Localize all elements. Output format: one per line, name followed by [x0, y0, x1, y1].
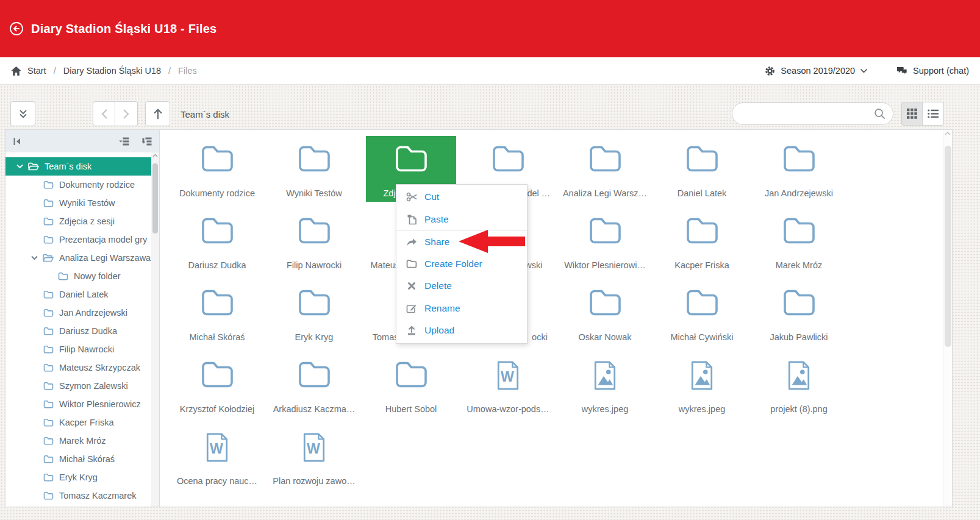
scrollbar-thumb[interactable]	[152, 163, 158, 233]
paste-icon	[406, 214, 418, 225]
tree-item-nowy-folder[interactable]: Nowy folder	[5, 267, 151, 285]
folder-icon	[43, 327, 54, 335]
folder-icon	[43, 199, 54, 207]
tile-label: Michał Skóraś	[189, 332, 245, 342]
tree-scrollbar[interactable]	[151, 152, 159, 507]
menu-item-delete[interactable]: Delete	[396, 275, 527, 297]
folder-tile-filip-nawrocki[interactable]: Filip Nawrocki	[269, 208, 359, 274]
tree-item-wyniki-test-w[interactable]: Wyniki Testów	[5, 194, 151, 212]
tile-label: Analiza Legi Warsz…	[563, 188, 647, 198]
tree-item-eryk-kryg[interactable]: Eryk Kryg	[5, 468, 151, 486]
tree-item-daniel-latek[interactable]: Daniel Latek	[5, 285, 151, 304]
folder-tile-daniel-latek[interactable]: Daniel Latek	[657, 136, 747, 202]
tile-label: Dokumenty rodzice	[179, 188, 255, 198]
search-input[interactable]	[740, 109, 874, 119]
back-button[interactable]	[93, 101, 115, 126]
list-view-button[interactable]	[923, 102, 944, 126]
collapse-panel-button[interactable]	[10, 101, 35, 126]
folder-tile-analiza-legi-warsz[interactable]: Analiza Legi Warsz…	[560, 136, 650, 202]
menu-item-cut[interactable]: Cut	[396, 186, 527, 208]
folder-tile-krzysztof-ko-odziej[interactable]: Krzysztof Kołodziej	[172, 352, 262, 418]
search-icon[interactable]	[874, 108, 885, 119]
scroll-up-icon[interactable]	[151, 154, 159, 157]
menu-item-create-folder[interactable]: Create Folder	[396, 253, 527, 276]
tree-item-micha-sk-ra[interactable]: Michał Skóraś	[5, 450, 151, 468]
tree-item-filip-nawrocki[interactable]: Filip Nawrocki	[5, 340, 151, 358]
back-circle-icon[interactable]	[9, 21, 24, 36]
tree-item-szymon-zalewski[interactable]: Szymon Zalewski	[5, 377, 151, 395]
file-tile-plan-rozwoju-zawo[interactable]: WPlan rozwoju zawo…	[269, 424, 359, 490]
tile-label: Michał Cywiński	[670, 332, 733, 342]
folder-tile-wiktor-plesnierowi[interactable]: Wiktor Plesnierowi…	[560, 208, 650, 274]
tree-item-prezentacja-model-gry[interactable]: Prezentacja model gry	[5, 230, 151, 249]
menu-item-paste[interactable]: Paste	[396, 208, 527, 231]
folder-icon	[782, 216, 816, 245]
folder-open-icon	[42, 254, 54, 262]
folder-icon	[588, 288, 622, 317]
folder-icon	[394, 360, 428, 389]
menu-item-label: Rename	[424, 303, 460, 314]
up-directory-button[interactable]	[145, 101, 170, 126]
chevron-down-icon[interactable]	[31, 255, 38, 260]
word-file-icon: W	[495, 360, 521, 391]
scissors-icon	[406, 191, 418, 202]
scrollbar-thumb[interactable]	[945, 146, 951, 347]
chevron-down-icon[interactable]	[16, 164, 23, 169]
folder-tile-eryk-kryg[interactable]: Eryk Kryg	[269, 280, 359, 346]
breadcrumb-bar: Start / Diary Stadion Śląski U18 / Files…	[0, 57, 980, 85]
menu-item-upload[interactable]: Upload	[396, 319, 527, 342]
tree-item-analiza-legi-warszawa[interactable]: Analiza Legi Warszawa	[5, 249, 151, 267]
tree-item-dariusz-dudka[interactable]: Dariusz Dudka	[5, 322, 151, 340]
folder-tile-marek-mr-z[interactable]: Marek Mróz	[754, 208, 844, 274]
breadcrumb-item-start[interactable]: Start	[27, 66, 46, 76]
file-tile-wykres-jpeg[interactable]: wykres.jpeg	[560, 352, 650, 418]
folder-icon	[43, 217, 54, 226]
tree-item-marek-mr-z[interactable]: Marek Mróz	[5, 432, 151, 450]
tree-item-zdj-cia-z-sesji[interactable]: Zdjęcia z sesji	[5, 212, 151, 230]
file-tile-wykres-jpeg[interactable]: wykres.jpeg	[657, 352, 747, 418]
tree-item-wiktor-plesnierowicz[interactable]: Wiktor Plesnierowicz	[5, 395, 151, 413]
folder-tile-micha-sk-ra[interactable]: Michał Skóraś	[172, 280, 262, 346]
support-chat-button[interactable]: Support (chat)	[896, 66, 969, 76]
forward-button[interactable]	[115, 101, 138, 126]
chevron-left-icon	[101, 109, 108, 119]
folder-icon	[43, 308, 54, 317]
file-tile-ocena-pracy-nauc[interactable]: WOcena pracy nauc…	[172, 424, 262, 490]
menu-item-rename[interactable]: Rename	[396, 297, 527, 320]
folder-tile-wyniki-test-w[interactable]: Wyniki Testów	[269, 136, 359, 202]
tile-label: Marek Mróz	[776, 260, 823, 270]
grid-view-button[interactable]	[901, 102, 923, 126]
folder-tile-dokumenty-rodzice[interactable]: Dokumenty rodzice	[172, 136, 262, 202]
tree-item-tomasz-kaczmarek[interactable]: Tomasz Kaczmarek	[5, 486, 151, 505]
tile-label: Daniel Latek	[678, 188, 727, 198]
tree-item-team-s-disk[interactable]: Team`s disk	[5, 157, 151, 176]
expand-all-tree-icon[interactable]	[141, 137, 152, 146]
breadcrumb-item-diary[interactable]: Diary Stadion Śląski U18	[63, 66, 161, 76]
folder-icon	[43, 436, 54, 445]
folder-tile-hubert-sobol[interactable]: Hubert Sobol	[366, 352, 456, 418]
collapse-all-tree-icon[interactable]	[119, 137, 129, 146]
tree-item-jan-andrzejewski[interactable]: Jan Andrzejewski	[5, 304, 151, 322]
svg-text:W: W	[210, 441, 223, 457]
folder-tile-micha-cywi-ski[interactable]: Michał Cywiński	[657, 280, 747, 346]
search-box	[732, 102, 893, 125]
folder-tile-jakub-pawlicki[interactable]: Jakub Pawlicki	[754, 280, 844, 346]
scroll-up-icon[interactable]	[943, 131, 952, 135]
folder-tile-kacper-friska[interactable]: Kacper Friska	[657, 208, 747, 274]
folder-tile-jan-andrzejewski[interactable]: Jan Andrzejewski	[754, 136, 844, 202]
folder-tile-oskar-nowak[interactable]: Oskar Nowak	[560, 280, 650, 346]
folder-icon	[58, 272, 68, 280]
files-scrollbar[interactable]	[943, 130, 952, 507]
file-tile-projekt-8-png[interactable]: projekt (8).png	[754, 352, 844, 418]
context-menu: CutPasteShareCreate FolderDeleteRenameUp…	[396, 184, 528, 344]
tree-item-mateusz-skrzypczak[interactable]: Mateusz Skrzypczak	[5, 358, 151, 377]
collapse-sidebar-icon[interactable]	[13, 137, 21, 146]
tree-item-kacper-friska[interactable]: Kacper Friska	[5, 413, 151, 432]
home-icon[interactable]	[11, 66, 21, 76]
menu-item-share[interactable]: Share	[396, 230, 527, 253]
folder-tile-dariusz-dudka[interactable]: Dariusz Dudka	[172, 208, 262, 274]
folder-tile-arkadiusz-kaczma[interactable]: Arkadiusz Kaczma…	[269, 352, 359, 418]
file-tile-umowa-wzor-pods[interactable]: WUmowa-wzor-pods…	[463, 352, 553, 418]
tree-item-dokumenty-rodzice[interactable]: Dokumenty rodzice	[5, 176, 151, 194]
season-selector[interactable]: Season 2019/2020	[765, 66, 867, 76]
